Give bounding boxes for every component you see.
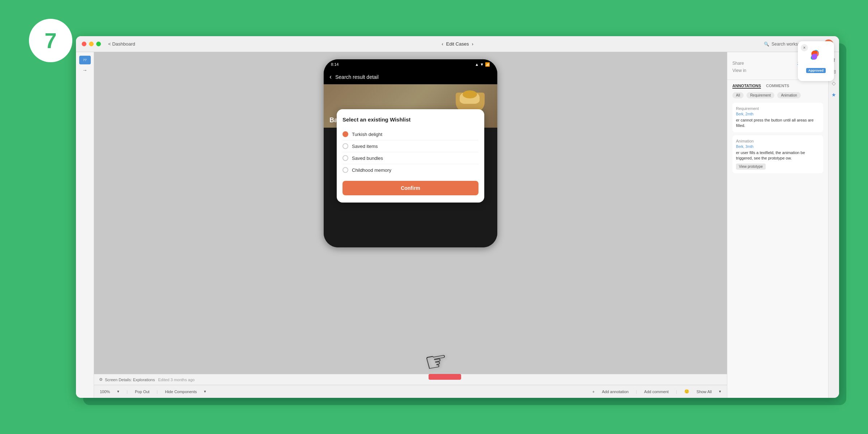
- annotation-filters: All Requirement Animation: [732, 92, 823, 98]
- radio-turkish-delight[interactable]: [342, 131, 348, 137]
- title-bar-nav: < Dashboard: [108, 41, 135, 47]
- annotation-card-0: Requirement Berk, 2mth er cannot press t…: [732, 103, 823, 132]
- traffic-lights: [82, 42, 101, 46]
- filter-animation[interactable]: Animation: [777, 92, 800, 98]
- show-all-button[interactable]: Show All: [697, 390, 712, 394]
- annotation-author-0: Berk, 2mth: [736, 112, 820, 116]
- filter-requirement[interactable]: Requirement: [746, 92, 774, 98]
- wishlist-modal: Select an existing Wishlist Turkish deli…: [337, 109, 484, 203]
- annotation-text-1: er user fills a textfield, the animation…: [736, 150, 820, 161]
- annotation-bar-icon: ⚙: [99, 377, 103, 382]
- figma-integration-card: × Approved: [798, 52, 828, 81]
- emoji-icon: 🙂: [684, 389, 689, 394]
- annotation-card-1: Animation Berk, 3mth er user fills a tex…: [732, 135, 823, 173]
- zoom-dropdown-icon[interactable]: ▾: [117, 389, 119, 394]
- left-sidebar: 77 →: [76, 52, 94, 398]
- right-icons-strip: ⬆ ⊞ ◇ ★: [828, 52, 839, 398]
- show-all-dropdown[interactable]: ▾: [719, 389, 721, 394]
- annotations-section: ANNOTATIONS COMMENTS All Requirement Ani…: [727, 80, 828, 398]
- annotation-type-1: Animation: [736, 139, 820, 143]
- wishlist-item-label-2: Saved bundles: [352, 156, 383, 161]
- title-bar: < Dashboard ‹ Edit Cases › 🔍 Search work…: [76, 36, 839, 52]
- radio-saved-items[interactable]: [342, 143, 348, 149]
- cursor-hand-icon: ☞: [422, 345, 450, 378]
- annotation-author-1: Berk, 3mth: [736, 145, 820, 149]
- hide-components-dropdown[interactable]: ▾: [204, 389, 206, 394]
- add-annotation-button[interactable]: Add annotation: [602, 390, 629, 394]
- mobile-screen-title: Search result detail: [335, 74, 379, 80]
- nav-prev-icon[interactable]: ‹: [442, 41, 443, 47]
- wishlist-item-label-0: Turkish delight: [352, 132, 382, 137]
- mobile-back-icon[interactable]: ‹: [329, 73, 332, 81]
- mobile-screen: ‹ Search result detail Baklava: [324, 69, 497, 247]
- zoom-level[interactable]: 100%: [100, 390, 110, 394]
- main-content: 77 → 8:14 ▲ ▼ 📶 ‹ Search result detail: [76, 52, 839, 398]
- radio-childhood-memory[interactable]: [342, 167, 348, 173]
- mobile-signals: ▲ ▼ 📶: [475, 62, 490, 67]
- canvas-area: 8:14 ▲ ▼ 📶 ‹ Search result detail: [94, 52, 727, 398]
- step-badge: 7: [29, 19, 72, 62]
- tab-annotations[interactable]: ANNOTATIONS: [732, 84, 761, 89]
- arrow-right-icon: →: [82, 67, 88, 73]
- wishlist-modal-title: Select an existing Wishlist: [342, 116, 478, 123]
- radio-saved-bundles[interactable]: [342, 155, 348, 161]
- tab-comments[interactable]: COMMENTS: [766, 84, 789, 89]
- add-comment-button[interactable]: Add comment: [644, 390, 669, 394]
- annotations-tabs: ANNOTATIONS COMMENTS: [732, 84, 823, 89]
- filter-all[interactable]: All: [732, 92, 744, 98]
- add-annotation-icon: +: [592, 390, 595, 394]
- mobile-time: 8:14: [331, 62, 339, 67]
- confirm-button[interactable]: Confirm: [342, 181, 478, 195]
- separator2: |: [157, 390, 158, 394]
- approved-badge: Approved: [806, 68, 826, 73]
- annotation-text-0: er cannot press the button until all are…: [736, 118, 820, 129]
- wishlist-item-1[interactable]: Saved items: [342, 140, 478, 152]
- separator3: |: [636, 390, 637, 394]
- search-icon: 🔍: [764, 42, 769, 47]
- annotation-bar-text: Screen Details: Explorations Edited 3 mo…: [105, 378, 195, 382]
- annotation-bar: ⚙ Screen Details: Explorations Edited 3 …: [94, 374, 727, 385]
- mobile-app-header: ‹ Search result detail: [324, 69, 497, 84]
- sidebar-icon[interactable]: 77: [79, 56, 91, 64]
- wishlist-item-3[interactable]: Childhood memory: [342, 164, 478, 176]
- star-icon[interactable]: ★: [830, 91, 838, 98]
- wishlist-item-label-1: Saved items: [352, 144, 378, 149]
- dashboard-nav[interactable]: < Dashboard: [108, 41, 135, 47]
- separator4: |: [676, 390, 677, 394]
- edit-cases-title: Edit Cases: [446, 41, 469, 47]
- mobile-status-bar: 8:14 ▲ ▼ 📶: [324, 59, 497, 69]
- wishlist-item-0[interactable]: Turkish delight: [342, 128, 478, 140]
- view-in-label: View in: [732, 68, 746, 73]
- separator: |: [127, 390, 128, 394]
- nav-next-icon[interactable]: ›: [472, 41, 473, 47]
- minimize-traffic-light[interactable]: [89, 42, 94, 46]
- device-frame: 8:14 ▲ ▼ 📶 ‹ Search result detail: [324, 59, 497, 247]
- wishlist-item-2[interactable]: Saved bundles: [342, 152, 478, 164]
- hide-components-button[interactable]: Hide Components: [165, 390, 197, 394]
- right-panel: × Approved Share: [727, 52, 828, 398]
- wishlist-item-label-3: Childhood memory: [352, 167, 391, 173]
- share-label: Share: [732, 61, 744, 66]
- app-window: < Dashboard ‹ Edit Cases › 🔍 Search work…: [76, 36, 839, 398]
- annotation-type-0: Requirement: [736, 106, 820, 111]
- canvas-toolbar: 100% ▾ | Pop Out | Hide Components ▾ + A…: [94, 385, 727, 398]
- title-bar-center: ‹ Edit Cases ›: [442, 41, 473, 47]
- figma-icon: [811, 52, 821, 66]
- fullscreen-traffic-light[interactable]: [96, 42, 101, 46]
- view-prototype-link[interactable]: View prototype: [736, 163, 766, 170]
- close-traffic-light[interactable]: [82, 42, 86, 46]
- pop-out-button[interactable]: Pop Out: [135, 390, 149, 394]
